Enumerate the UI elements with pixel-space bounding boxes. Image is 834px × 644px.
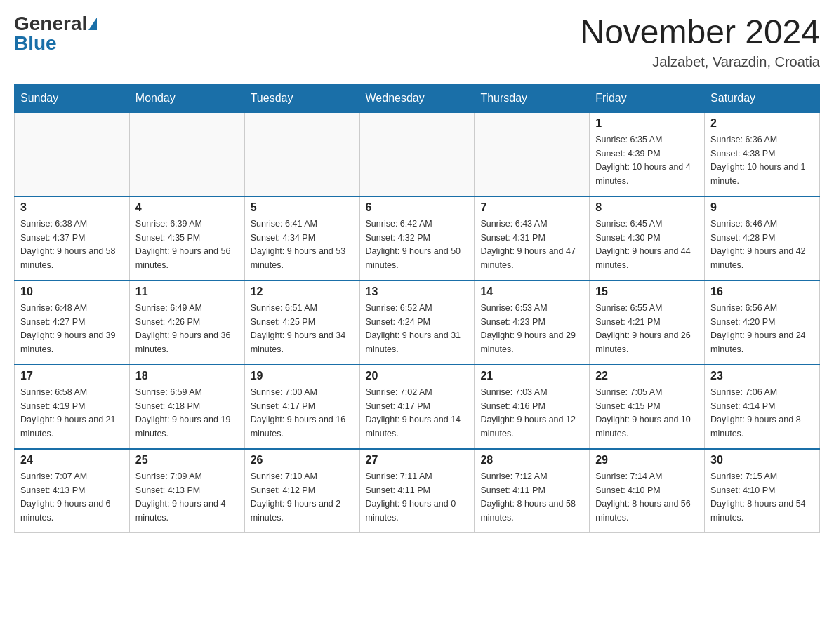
day-info: Sunrise: 7:15 AMSunset: 4:10 PMDaylight:… [710, 471, 806, 523]
day-info: Sunrise: 6:49 AMSunset: 4:26 PMDaylight:… [135, 303, 231, 354]
calendar-cell-2-7: 9 Sunrise: 6:46 AMSunset: 4:28 PMDayligh… [705, 196, 820, 281]
day-info: Sunrise: 7:02 AMSunset: 4:17 PMDaylight:… [366, 387, 461, 438]
calendar-table: Sunday Monday Tuesday Wednesday Thursday… [14, 84, 820, 534]
calendar-cell-3-7: 16 Sunrise: 6:56 AMSunset: 4:20 PMDaylig… [705, 281, 820, 365]
page-header: General Blue November 2024 Jalzabet, Var… [14, 14, 820, 70]
day-info: Sunrise: 6:36 AMSunset: 4:38 PMDaylight:… [710, 135, 806, 186]
calendar-cell-1-3 [244, 112, 359, 196]
week-row-1: 1 Sunrise: 6:35 AMSunset: 4:39 PMDayligh… [15, 112, 820, 196]
day-info: Sunrise: 6:41 AMSunset: 4:34 PMDaylight:… [251, 219, 346, 270]
calendar-cell-5-3: 26 Sunrise: 7:10 AMSunset: 4:12 PMDaylig… [244, 449, 359, 533]
day-number: 21 [480, 370, 583, 382]
day-number: 12 [251, 286, 354, 298]
day-number: 27 [366, 454, 469, 467]
day-info: Sunrise: 6:42 AMSunset: 4:32 PMDaylight:… [366, 219, 461, 270]
day-info: Sunrise: 6:52 AMSunset: 4:24 PMDaylight:… [366, 303, 461, 354]
day-number: 19 [251, 370, 354, 382]
calendar-cell-1-2 [129, 112, 244, 196]
title-block: November 2024 Jalzabet, Varazdin, Croati… [580, 14, 820, 70]
day-number: 14 [480, 286, 583, 298]
day-number: 18 [135, 370, 239, 382]
calendar-cell-3-1: 10 Sunrise: 6:48 AMSunset: 4:27 PMDaylig… [15, 281, 130, 365]
day-info: Sunrise: 6:43 AMSunset: 4:31 PMDaylight:… [480, 219, 576, 270]
calendar-cell-4-1: 17 Sunrise: 6:58 AMSunset: 4:19 PMDaylig… [15, 365, 130, 449]
day-number: 30 [710, 454, 814, 467]
calendar-cell-1-4 [359, 112, 475, 196]
day-info: Sunrise: 7:12 AMSunset: 4:11 PMDaylight:… [480, 471, 576, 523]
day-number: 24 [20, 454, 124, 467]
calendar-header-row: Sunday Monday Tuesday Wednesday Thursday… [15, 84, 820, 112]
calendar-cell-2-3: 5 Sunrise: 6:41 AMSunset: 4:34 PMDayligh… [244, 196, 359, 281]
week-row-5: 24 Sunrise: 7:07 AMSunset: 4:13 PMDaylig… [15, 449, 820, 533]
day-info: Sunrise: 6:38 AMSunset: 4:37 PMDaylight:… [20, 219, 116, 270]
col-sunday: Sunday [15, 84, 130, 112]
day-info: Sunrise: 6:58 AMSunset: 4:19 PMDaylight:… [20, 387, 116, 438]
calendar-cell-4-7: 23 Sunrise: 7:06 AMSunset: 4:14 PMDaylig… [705, 365, 820, 449]
week-row-2: 3 Sunrise: 6:38 AMSunset: 4:37 PMDayligh… [15, 196, 820, 281]
day-info: Sunrise: 6:56 AMSunset: 4:20 PMDaylight:… [710, 303, 806, 354]
day-info: Sunrise: 7:09 AMSunset: 4:13 PMDaylight:… [135, 471, 226, 523]
col-wednesday: Wednesday [359, 84, 475, 112]
col-saturday: Saturday [705, 84, 820, 112]
day-info: Sunrise: 6:53 AMSunset: 4:23 PMDaylight:… [480, 303, 576, 354]
day-number: 8 [595, 201, 699, 214]
day-info: Sunrise: 6:55 AMSunset: 4:21 PMDaylight:… [595, 303, 691, 354]
day-number: 5 [251, 201, 354, 214]
day-number: 16 [710, 286, 814, 298]
week-row-4: 17 Sunrise: 6:58 AMSunset: 4:19 PMDaylig… [15, 365, 820, 449]
day-number: 1 [595, 117, 699, 130]
logo-general-text: General [14, 14, 87, 34]
calendar-cell-4-6: 22 Sunrise: 7:05 AMSunset: 4:15 PMDaylig… [590, 365, 705, 449]
calendar-cell-2-2: 4 Sunrise: 6:39 AMSunset: 4:35 PMDayligh… [129, 196, 244, 281]
calendar-cell-4-2: 18 Sunrise: 6:59 AMSunset: 4:18 PMDaylig… [129, 365, 244, 449]
calendar-cell-5-7: 30 Sunrise: 7:15 AMSunset: 4:10 PMDaylig… [705, 449, 820, 533]
calendar-cell-3-3: 12 Sunrise: 6:51 AMSunset: 4:25 PMDaylig… [244, 281, 359, 365]
col-friday: Friday [590, 84, 705, 112]
day-info: Sunrise: 6:35 AMSunset: 4:39 PMDaylight:… [595, 135, 691, 186]
day-info: Sunrise: 6:48 AMSunset: 4:27 PMDaylight:… [20, 303, 116, 354]
calendar-cell-5-2: 25 Sunrise: 7:09 AMSunset: 4:13 PMDaylig… [129, 449, 244, 533]
calendar-cell-3-5: 14 Sunrise: 6:53 AMSunset: 4:23 PMDaylig… [475, 281, 590, 365]
calendar-cell-2-5: 7 Sunrise: 6:43 AMSunset: 4:31 PMDayligh… [475, 196, 590, 281]
calendar-cell-1-1 [15, 112, 130, 196]
day-number: 28 [480, 454, 583, 467]
day-number: 26 [251, 454, 354, 467]
calendar-cell-2-6: 8 Sunrise: 6:45 AMSunset: 4:30 PMDayligh… [590, 196, 705, 281]
day-info: Sunrise: 7:00 AMSunset: 4:17 PMDaylight:… [251, 387, 346, 438]
week-row-3: 10 Sunrise: 6:48 AMSunset: 4:27 PMDaylig… [15, 281, 820, 365]
day-number: 9 [710, 201, 814, 214]
day-info: Sunrise: 7:11 AMSunset: 4:11 PMDaylight:… [366, 471, 456, 523]
calendar-cell-1-7: 2 Sunrise: 6:36 AMSunset: 4:38 PMDayligh… [705, 112, 820, 196]
day-info: Sunrise: 7:07 AMSunset: 4:13 PMDaylight:… [20, 471, 111, 523]
logo-triangle-icon [88, 18, 97, 30]
day-number: 10 [20, 286, 124, 298]
day-number: 4 [135, 201, 239, 214]
calendar-cell-5-4: 27 Sunrise: 7:11 AMSunset: 4:11 PMDaylig… [359, 449, 475, 533]
calendar-cell-1-6: 1 Sunrise: 6:35 AMSunset: 4:39 PMDayligh… [590, 112, 705, 196]
day-info: Sunrise: 6:45 AMSunset: 4:30 PMDaylight:… [595, 219, 691, 270]
day-info: Sunrise: 7:14 AMSunset: 4:10 PMDaylight:… [595, 471, 691, 523]
day-number: 25 [135, 454, 239, 467]
day-info: Sunrise: 7:06 AMSunset: 4:14 PMDaylight:… [710, 387, 801, 438]
logo-blue-text: Blue [14, 34, 57, 53]
calendar-cell-2-4: 6 Sunrise: 6:42 AMSunset: 4:32 PMDayligh… [359, 196, 475, 281]
month-title: November 2024 [580, 14, 820, 51]
day-info: Sunrise: 6:46 AMSunset: 4:28 PMDaylight:… [710, 219, 806, 270]
calendar-cell-4-3: 19 Sunrise: 7:00 AMSunset: 4:17 PMDaylig… [244, 365, 359, 449]
col-tuesday: Tuesday [244, 84, 359, 112]
day-number: 6 [366, 201, 469, 214]
day-number: 29 [595, 454, 699, 467]
day-info: Sunrise: 7:03 AMSunset: 4:16 PMDaylight:… [480, 387, 576, 438]
day-number: 22 [595, 370, 699, 382]
calendar-cell-3-2: 11 Sunrise: 6:49 AMSunset: 4:26 PMDaylig… [129, 281, 244, 365]
calendar-cell-5-6: 29 Sunrise: 7:14 AMSunset: 4:10 PMDaylig… [590, 449, 705, 533]
day-number: 7 [480, 201, 583, 214]
day-number: 15 [595, 286, 699, 298]
calendar-cell-2-1: 3 Sunrise: 6:38 AMSunset: 4:37 PMDayligh… [15, 196, 130, 281]
day-number: 13 [366, 286, 469, 298]
calendar-cell-1-5 [475, 112, 590, 196]
logo: General Blue [14, 14, 97, 53]
calendar-cell-5-1: 24 Sunrise: 7:07 AMSunset: 4:13 PMDaylig… [15, 449, 130, 533]
col-thursday: Thursday [475, 84, 590, 112]
calendar-cell-5-5: 28 Sunrise: 7:12 AMSunset: 4:11 PMDaylig… [475, 449, 590, 533]
